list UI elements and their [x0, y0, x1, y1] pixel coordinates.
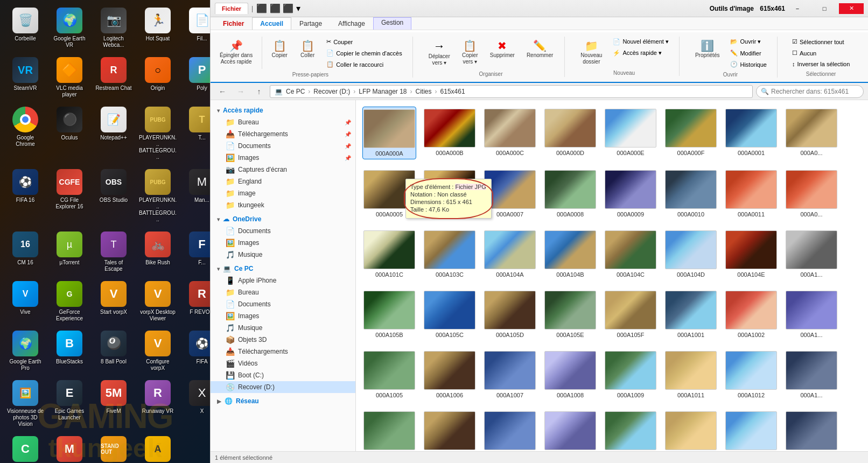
file-item-000A0011[interactable]: 000A0011 [724, 168, 778, 220]
desktop-icon-vorpxd[interactable]: V vorpX Desktop Viewer [137, 278, 179, 325]
file-item-000A1007[interactable]: 000A1007 [483, 349, 537, 401]
desktop-icon-bikerush[interactable]: 🚲 Bike Rush [137, 228, 179, 276]
file-item-000A1009[interactable]: 000A1009 [604, 349, 657, 401]
desktop-icon-fifa3[interactable]: ⚽ FIFA [181, 327, 210, 375]
desktop-icon-x1[interactable]: X X [181, 377, 210, 431]
file-item-000A000A[interactable]: 000A000A [362, 107, 416, 159]
desktop-icon-f2[interactable]: F F... [181, 228, 210, 276]
quick-access-header[interactable]: ▾ Accès rapide [211, 104, 355, 116]
desktop-icon-audacity[interactable]: A Audacity [137, 433, 179, 463]
file-item-000A104E[interactable]: 000A104E [724, 228, 778, 280]
file-item-000A000x[interactable]: 000A0... [785, 107, 838, 159]
pin-quick-access-button[interactable]: 📌 Épingler dansAccès rapide [215, 37, 257, 68]
file-item-000A101C[interactable]: 000A101C [362, 228, 416, 280]
ribbon-tab-accueil[interactable]: Accueil [252, 17, 291, 30]
file-item-000A1001[interactable]: 000A1001 [664, 289, 718, 340]
file-item-000A105E[interactable]: 000A105E [543, 289, 597, 340]
desktop-icon-obs[interactable]: OBS OBS Studio [93, 166, 135, 226]
move-to-button[interactable]: → Déplacervers ▾ [424, 37, 455, 69]
desktop-icon-pubg1[interactable]: PUBG PLAYERUNKN... BATTLEGROU... [137, 103, 179, 164]
file-item-000A1011[interactable]: 000A1011 [664, 349, 718, 401]
file-item-000A1041[interactable]: 000A1... [785, 228, 838, 280]
desktop-icon-geforce[interactable]: G GeForce Experience [48, 278, 90, 325]
desktop-icon-chrome[interactable]: Google Chrome [4, 103, 46, 164]
forward-button[interactable]: → [233, 85, 248, 98]
ribbon-title-tab-fichier[interactable]: Fichier [215, 3, 248, 14]
select-none-button[interactable]: ☐ Aucun [788, 48, 853, 58]
file-item-000A1012[interactable]: 000A1012 [724, 349, 778, 401]
desktop-icon-corbeille[interactable]: 🗑️ Corbeille [4, 4, 46, 52]
file-item-000A104B[interactable]: 000A104B [543, 228, 597, 280]
desktop-icon-vive[interactable]: V Vive [4, 278, 46, 325]
file-item-000A000F[interactable]: 000A000F [664, 107, 718, 159]
cepc-header[interactable]: ▾ 💻 Ce PC [211, 263, 355, 275]
file-item-000A0009[interactable]: 000A0009 [604, 168, 657, 220]
desktop-icon-file1[interactable]: 📄 Fil... [181, 4, 210, 52]
invert-selection-button[interactable]: ↕ Inverser la sélection [788, 59, 853, 69]
onedrive-header[interactable]: ▾ ☁ OneDrive [211, 213, 355, 225]
edit-button[interactable]: ✏️ Modifier [726, 48, 771, 58]
file-item-000A105C[interactable]: 000A105C [423, 289, 477, 340]
tree-od-musique[interactable]: 🎵 Musique [211, 249, 355, 261]
file-item-000A0005[interactable]: 000A0005 Type d'élément : Fichier JPG No… [362, 168, 416, 220]
maximize-button[interactable]: □ [812, 3, 837, 14]
file-item-000A105B[interactable]: 000A105B [362, 289, 416, 340]
desktop-icon-pubg2[interactable]: PUBG PLAYERUNKN... BATTLEGROU... [137, 166, 179, 226]
network-header[interactable]: ▶ 🌐 Réseau [211, 395, 355, 407]
tree-england[interactable]: 📁 England [211, 176, 355, 187]
breadcrumb-size[interactable]: 615x461 [440, 88, 465, 95]
desktop-icon-origin[interactable]: ○ Origin [137, 54, 179, 101]
new-folder-button[interactable]: 📁 Nouveaudossier [576, 37, 607, 68]
desktop-icon-revo[interactable]: R F REVO... [181, 278, 210, 325]
desktop-icon-configvr[interactable]: V Configure vorpX [137, 327, 179, 375]
tree-captures[interactable]: 📷 Captures d'écran [211, 164, 355, 176]
desktop-icon-bluestacks[interactable]: B BlueStacks [48, 327, 90, 375]
file-item-000A000E[interactable]: 000A000E [604, 107, 657, 159]
file-item-000A0001[interactable]: 000A0001 [724, 107, 778, 159]
tree-od-documents[interactable]: 📄 Documents [211, 225, 355, 237]
file-item-000A000C[interactable]: 000A000C [483, 107, 537, 159]
desktop-icon-t1[interactable]: T T... [181, 103, 210, 164]
tree-images[interactable]: 🖼️ Images 📌 [211, 152, 355, 164]
ribbon-tab-affichage[interactable]: Affichage [330, 17, 373, 30]
file-item-r6-2[interactable]: 000A... [423, 409, 477, 451]
close-button[interactable]: ✕ [839, 3, 864, 14]
desktop-icon-standout[interactable]: STAND OUT STAND OUT [93, 433, 135, 463]
file-item-000A000B[interactable]: 000A000B [423, 107, 477, 159]
file-item-r6-3[interactable]: 000A... [483, 409, 537, 451]
breadcrumb-cepc[interactable]: Ce PC [286, 88, 305, 95]
desktop-icon-utorrent[interactable]: µ µTorrent [48, 228, 90, 276]
tree-tkungeek[interactable]: 📁 tkungeek [211, 199, 355, 211]
desktop-icon-fifa[interactable]: ⚽ FIFA 16 [4, 166, 46, 226]
copy-button[interactable]: 📋 Copier [267, 37, 292, 61]
select-all-button[interactable]: ☑ Sélectionner tout [788, 37, 853, 47]
ribbon-tab-gestion[interactable]: Gestion [373, 17, 411, 30]
file-item-000A1006[interactable]: 000A1006 [423, 349, 477, 401]
minimize-button[interactable]: − [785, 3, 810, 14]
desktop-icon-steamvr[interactable]: VR SteamVR [4, 54, 46, 101]
new-item-button[interactable]: 📄 Nouvel élément ▾ [609, 37, 673, 47]
properties-button[interactable]: ℹ️ Propriétés [690, 37, 725, 61]
ribbon-tab-partage[interactable]: Partage [291, 17, 330, 30]
tree-objets3d[interactable]: 📦 Objets 3D [211, 334, 355, 346]
search-input[interactable] [771, 88, 857, 95]
tree-od-images[interactable]: 🖼️ Images [211, 237, 355, 249]
tree-bureau-pc[interactable]: 📁 Bureau [211, 286, 355, 298]
breadcrumb-recover[interactable]: Recover (D:) [313, 88, 350, 95]
desktop-icon-logitech[interactable]: 📷 Logitech Webca... [93, 4, 135, 52]
file-item-r6-7[interactable]: 000A... [724, 409, 778, 451]
desktop-icon-google-earth-vr[interactable]: 🌍 Google Earth VR [48, 4, 90, 52]
file-item-000A103C[interactable]: 000A103C [423, 228, 477, 280]
file-item-000A104C[interactable]: 000A104C [604, 228, 657, 280]
file-item-r6-5[interactable]: 000A... [604, 409, 657, 451]
tree-musique-pc[interactable]: 🎵 Musique [211, 322, 355, 334]
desktop-icon-cm16[interactable]: 16 CM 16 [4, 228, 46, 276]
file-item-r6-4[interactable]: 000A... [543, 409, 597, 451]
desktop-icon-malware[interactable]: M Malwarebytes [48, 433, 90, 463]
history-button[interactable]: 🕐 Historique [726, 59, 771, 69]
file-item-000A1005[interactable]: 000A1005 [362, 349, 416, 401]
desktop-icon-vlc[interactable]: 🔶 VLC media player [48, 54, 90, 101]
desktop-icon-poly[interactable]: P Poly [181, 54, 210, 101]
breadcrumb-lfp[interactable]: LFP Manager 18 [359, 88, 407, 95]
tree-boot-c[interactable]: 💾 Boot (C:) [211, 369, 355, 381]
